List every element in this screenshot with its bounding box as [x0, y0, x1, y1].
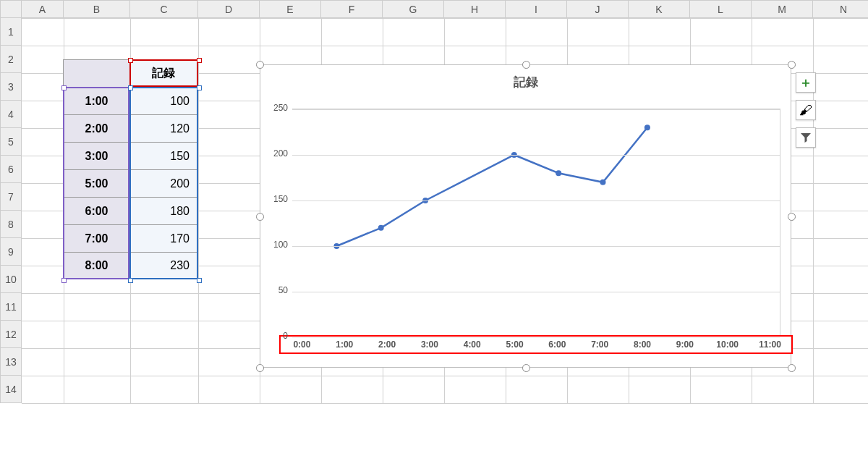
chart-styles-button[interactable]: 🖌: [796, 100, 816, 120]
y-tick-label: 0: [259, 331, 288, 341]
col-header-L[interactable]: L: [690, 0, 752, 18]
x-tick-label: 8:00: [621, 339, 664, 350]
chart-side-buttons: ＋ 🖌: [796, 72, 816, 155]
row-header-14[interactable]: 14: [0, 376, 22, 403]
row-header-8[interactable]: 8: [0, 211, 22, 238]
y-tick-label: 250: [259, 103, 288, 113]
data-cell-value[interactable]: 230: [129, 252, 197, 279]
chart-elements-button[interactable]: ＋: [796, 72, 816, 93]
x-axis-highlight[interactable]: 0:001:002:003:004:005:006:007:008:009:00…: [279, 335, 793, 354]
data-cell-time[interactable]: 1:00: [63, 87, 129, 114]
chart-resize-handle[interactable]: [788, 364, 796, 372]
data-cell-time[interactable]: 7:00: [63, 224, 129, 252]
col-header-C[interactable]: C: [130, 0, 198, 18]
data-cell-value[interactable]: 120: [129, 114, 197, 142]
col-header-D[interactable]: D: [198, 0, 260, 18]
chart-filter-button[interactable]: [796, 127, 816, 148]
row-header-6[interactable]: 6: [0, 156, 22, 183]
chart-object[interactable]: 記録 0:001:002:003:004:005:006:007:008:009…: [260, 64, 791, 368]
row-header-5[interactable]: 5: [0, 128, 22, 156]
chart-resize-handle[interactable]: [522, 61, 530, 69]
select-all-corner[interactable]: [0, 0, 22, 18]
x-tick-label: 3:00: [408, 339, 451, 350]
chart-resize-handle[interactable]: [522, 364, 530, 372]
y-tick-label: 200: [259, 148, 288, 159]
worksheet[interactable]: ABCDEFGHIJKLMN 1234567891011121314 記録1:0…: [0, 0, 868, 456]
row-header-11[interactable]: 11: [0, 293, 22, 321]
data-table[interactable]: 記録1:001002:001203:001505:002006:001807:0…: [63, 59, 197, 279]
row-headers: 1234567891011121314: [0, 18, 22, 403]
y-tick-label: 100: [259, 240, 288, 250]
row-header-9[interactable]: 9: [0, 238, 22, 266]
x-tick-label: 11:00: [749, 339, 791, 350]
data-header-record[interactable]: 記録: [129, 59, 197, 87]
y-tick-label: 150: [259, 194, 288, 204]
chart-resize-handle[interactable]: [788, 61, 796, 69]
data-cell-value[interactable]: 100: [129, 87, 197, 114]
x-tick-label: 5:00: [493, 339, 536, 350]
x-tick-label: 6:00: [536, 339, 579, 350]
col-header-F[interactable]: F: [321, 0, 383, 18]
chart-marker[interactable]: [600, 180, 606, 185]
row-header-7[interactable]: 7: [0, 183, 22, 211]
plot-area[interactable]: [292, 109, 780, 337]
row-header-3[interactable]: 3: [0, 73, 22, 101]
row-header-10[interactable]: 10: [0, 266, 22, 293]
data-cell-value[interactable]: 180: [129, 197, 197, 224]
chart-resize-handle[interactable]: [256, 364, 264, 372]
data-header-time[interactable]: [63, 59, 129, 87]
chart-title[interactable]: 記録: [260, 74, 791, 90]
data-cell-value[interactable]: 170: [129, 224, 197, 252]
x-tick-label: 10:00: [706, 339, 749, 350]
x-tick-label: 4:00: [451, 339, 493, 350]
x-tick-label: 2:00: [366, 339, 409, 350]
chart-marker[interactable]: [556, 170, 561, 176]
col-header-H[interactable]: H: [444, 0, 506, 18]
col-header-A[interactable]: A: [22, 0, 64, 18]
x-tick-label: 7:00: [579, 339, 621, 350]
row-header-12[interactable]: 12: [0, 321, 22, 348]
x-tick-label: 9:00: [663, 339, 706, 350]
col-header-I[interactable]: I: [506, 0, 567, 18]
data-cell-time[interactable]: 6:00: [63, 197, 129, 224]
funnel-icon: [800, 132, 812, 143]
data-cell-value[interactable]: 200: [129, 169, 197, 197]
col-header-E[interactable]: E: [260, 0, 321, 18]
chart-resize-handle[interactable]: [788, 213, 796, 221]
data-cell-time[interactable]: 8:00: [63, 252, 129, 279]
col-header-M[interactable]: M: [752, 0, 813, 18]
column-headers: ABCDEFGHIJKLMN: [22, 0, 868, 18]
col-header-G[interactable]: G: [383, 0, 444, 18]
data-cell-time[interactable]: 5:00: [63, 169, 129, 197]
y-tick-label: 50: [259, 285, 288, 295]
col-header-J[interactable]: J: [567, 0, 629, 18]
row-header-4[interactable]: 4: [0, 101, 22, 128]
x-tick-label: 0:00: [281, 339, 323, 350]
data-cell-time[interactable]: 2:00: [63, 114, 129, 142]
row-header-2[interactable]: 2: [0, 46, 22, 73]
x-tick-label: 1:00: [323, 339, 366, 350]
data-cell-value[interactable]: 150: [129, 142, 197, 169]
data-cell-time[interactable]: 3:00: [63, 142, 129, 169]
row-header-1[interactable]: 1: [0, 18, 22, 46]
row-header-13[interactable]: 13: [0, 348, 22, 376]
col-header-N[interactable]: N: [813, 0, 868, 18]
chart-resize-handle[interactable]: [256, 213, 264, 221]
col-header-B[interactable]: B: [64, 0, 130, 18]
col-header-K[interactable]: K: [629, 0, 690, 18]
chart-resize-handle[interactable]: [256, 61, 264, 69]
chart-marker[interactable]: [644, 124, 650, 130]
chart-marker[interactable]: [378, 225, 384, 231]
